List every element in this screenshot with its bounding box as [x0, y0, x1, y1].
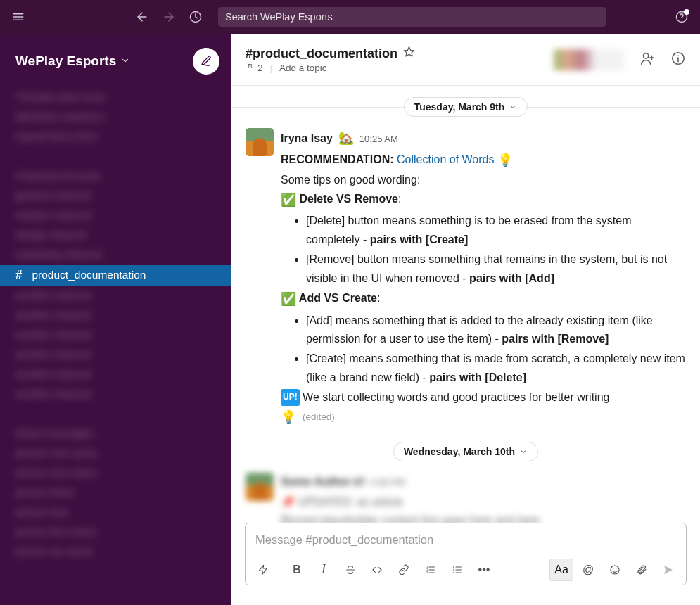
- message-text: RECOMMENDATION:: [281, 153, 397, 165]
- svg-point-26: [453, 566, 454, 567]
- strikethrough-button[interactable]: [338, 559, 362, 581]
- attach-button[interactable]: [630, 559, 654, 581]
- ordered-list-button[interactable]: 123: [419, 559, 443, 581]
- pinned-count[interactable]: 2: [246, 63, 263, 73]
- svg-point-14: [677, 55, 678, 56]
- date-divider: Tuesday, March 9th: [231, 97, 700, 117]
- svg-point-30: [613, 568, 614, 569]
- channel-header: #product_documentation 2 | Add a topic: [231, 34, 700, 86]
- bulb-emoji: 💡: [497, 153, 513, 167]
- message-text: Add VS Create: [296, 292, 377, 304]
- up-badge: UP!: [281, 389, 300, 406]
- date-pill[interactable]: Tuesday, March 9th: [404, 97, 528, 117]
- message-timestamp[interactable]: 10:25 AM: [359, 132, 398, 146]
- date-divider: Wednesday, March 10th: [231, 442, 700, 461]
- code-button[interactable]: [365, 559, 389, 581]
- svg-marker-15: [259, 565, 267, 574]
- svg-marker-32: [664, 566, 673, 574]
- avatar[interactable]: [246, 128, 274, 156]
- message: Iryna Isay 🏡 10:25 AM RECOMMENDATION: Co…: [231, 124, 700, 431]
- emoji-button[interactable]: [603, 559, 627, 581]
- composer: Message #product_documentation B I 123 •…: [245, 523, 687, 585]
- date-pill[interactable]: Wednesday, March 10th: [393, 442, 538, 461]
- channel-topic-placeholder[interactable]: Add a topic: [279, 63, 327, 73]
- check-emoji: ✅: [281, 292, 296, 306]
- sidebar-channel-label: product_documentation: [32, 269, 146, 281]
- bold-button[interactable]: B: [285, 559, 309, 581]
- svg-marker-8: [404, 46, 414, 56]
- more-formatting-button[interactable]: •••: [472, 559, 496, 581]
- svg-point-7: [682, 20, 682, 20]
- message-text: We start collecting words and good pract…: [300, 391, 610, 403]
- bulb-emoji: 💡: [281, 410, 296, 424]
- add-people-icon[interactable]: [639, 51, 655, 69]
- link-button[interactable]: [392, 559, 416, 581]
- message-link[interactable]: Collection of Words: [397, 153, 494, 165]
- list-item: [Add] means something that is added to t…: [306, 312, 686, 349]
- help-icon[interactable]: [675, 10, 689, 24]
- avatar: [246, 473, 274, 501]
- italic-button[interactable]: I: [312, 559, 336, 581]
- nav-back-icon[interactable]: [135, 10, 149, 24]
- message-text: Delete VS Remove: [296, 193, 398, 205]
- svg-point-28: [453, 572, 454, 573]
- search-input[interactable]: Search WePlay Esports: [218, 7, 606, 27]
- lightning-icon[interactable]: [251, 559, 275, 581]
- hamburger-icon[interactable]: [11, 10, 25, 24]
- message-input-placeholder: Message #product_documentation: [255, 533, 433, 546]
- workspace-name: WePlay Esports: [15, 53, 116, 69]
- sidebar: WePlay Esports Threads view more Mention…: [0, 34, 231, 605]
- send-button[interactable]: [656, 559, 680, 581]
- svg-point-9: [644, 53, 649, 58]
- edited-label: (edited): [303, 412, 335, 422]
- sidebar-blurred-section: another channel another channel another …: [0, 286, 231, 605]
- members-avatars[interactable]: [554, 49, 624, 70]
- message-author[interactable]: Iryna Isay: [281, 129, 333, 148]
- list-item: [Create] means something that is made fr…: [306, 350, 686, 387]
- svg-point-29: [611, 566, 619, 574]
- history-icon[interactable]: [189, 10, 203, 24]
- star-icon[interactable]: [403, 46, 415, 61]
- info-icon[interactable]: [670, 51, 686, 69]
- status-emoji: 🏡: [338, 128, 354, 149]
- compose-button[interactable]: [193, 48, 219, 75]
- message-text: Some tips on good wording:: [281, 171, 686, 189]
- message-input[interactable]: Message #product_documentation: [246, 523, 686, 554]
- hash-icon: #: [15, 268, 22, 282]
- channel-title[interactable]: #product_documentation: [246, 46, 397, 61]
- format-toggle-button[interactable]: Aa: [549, 559, 573, 581]
- svg-text:3: 3: [426, 571, 428, 574]
- sidebar-active-channel[interactable]: # product_documentation: [0, 265, 231, 286]
- main-pane: #product_documentation 2 | Add a topic: [231, 34, 700, 605]
- search-placeholder: Search WePlay Esports: [225, 11, 333, 23]
- svg-point-31: [616, 568, 617, 569]
- list-item: [Delete] button means something is to be…: [306, 212, 686, 249]
- bullet-list-button[interactable]: [445, 559, 469, 581]
- nav-forward-icon[interactable]: [162, 10, 176, 24]
- svg-point-27: [453, 569, 454, 570]
- workspace-switcher[interactable]: WePlay Esports: [15, 53, 130, 69]
- sidebar-blurred-section: Threads view more Mentions reactions Sav…: [0, 87, 231, 265]
- chevron-down-icon: [120, 53, 130, 69]
- list-item: [Remove] button means something that rem…: [306, 250, 686, 288]
- check-emoji: ✅: [281, 193, 296, 207]
- topbar: Search WePlay Esports: [0, 0, 700, 34]
- mention-button[interactable]: @: [576, 559, 600, 581]
